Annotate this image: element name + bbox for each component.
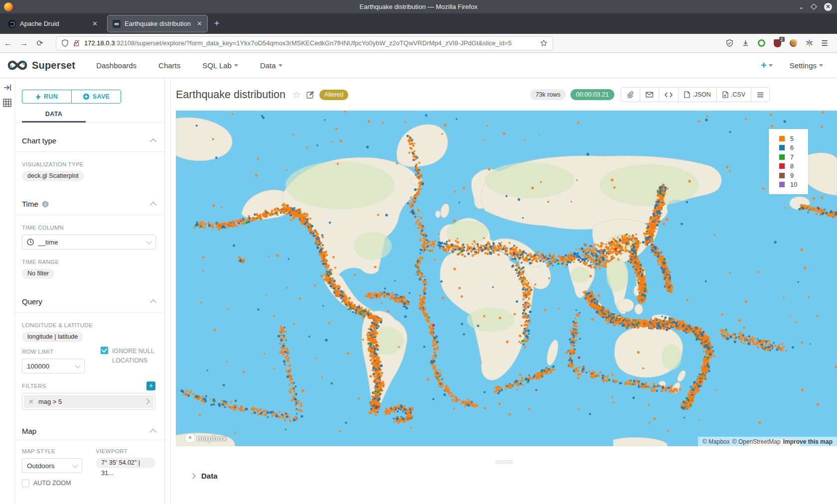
menu-hamburger-icon[interactable]: ☰: [822, 39, 828, 48]
url-bar[interactable]: 172.18.0.3:32108/superset/explore/?form_…: [56, 36, 553, 50]
magnitude-legend: 5 6 7 8 9: [769, 129, 808, 194]
new-item-button[interactable]: +: [761, 60, 773, 71]
map-attrib-mapbox[interactable]: © Mapbox: [702, 438, 730, 445]
mapbox-logo-icon: ✶: [185, 433, 195, 443]
row-count-badge: 73k rows: [530, 89, 566, 100]
embed-code-button[interactable]: [659, 88, 679, 102]
superset-infinity-icon: [7, 59, 28, 71]
row-limit-select[interactable]: 100000: [22, 359, 85, 374]
section-map[interactable]: Map: [22, 427, 155, 435]
back-button[interactable]: ←: [0, 39, 16, 48]
section-query[interactable]: Query: [22, 297, 155, 306]
nav-dashboards[interactable]: Dashboards: [96, 61, 137, 70]
altered-badge[interactable]: Altered: [319, 90, 348, 100]
improve-map-link[interactable]: Improve this map: [783, 438, 833, 445]
extension-colorful-icon[interactable]: [806, 39, 813, 47]
chevron-up-icon: [150, 299, 156, 306]
extension-cookie-icon[interactable]: [790, 39, 797, 47]
query-timer-badge: 00:00:03.21: [570, 89, 614, 100]
downloads-icon[interactable]: [742, 39, 749, 47]
more-options-button[interactable]: [751, 88, 769, 102]
data-panel-toggle[interactable]: Data: [171, 472, 837, 480]
filter-chip[interactable]: ✕ mag > 5: [24, 395, 153, 408]
favorite-star-icon[interactable]: ☆: [292, 89, 300, 100]
tab-close-icon[interactable]: ✕: [92, 20, 98, 27]
chevron-down-icon: [279, 64, 282, 67]
collapse-panel-icon[interactable]: [3, 84, 11, 92]
browser-tab-apache-druid[interactable]: Apache Druid ✕: [3, 15, 103, 32]
legend-swatch: [779, 154, 785, 160]
pocket-shield-icon[interactable]: [726, 39, 733, 47]
dataset-grid-icon[interactable]: [3, 99, 11, 107]
nav-sql-lab[interactable]: SQL Lab: [202, 61, 238, 70]
chart-action-buttons: .JSON .CSV: [621, 87, 770, 102]
nav-charts[interactable]: Charts: [158, 61, 180, 70]
remove-filter-icon[interactable]: ✕: [28, 398, 34, 405]
auto-zoom-checkbox[interactable]: [22, 480, 29, 487]
email-button[interactable]: [640, 88, 659, 102]
filters-label: FILTERS: [22, 383, 46, 389]
settings-menu[interactable]: Settings: [790, 61, 823, 70]
section-time[interactable]: Time i: [22, 200, 155, 208]
viz-type-value[interactable]: deck.gl Scatterplot: [22, 171, 84, 181]
panel-divider[interactable]: [165, 79, 171, 504]
export-csv-button[interactable]: .CSV: [717, 88, 751, 102]
mapbox-logo[interactable]: ✶ mapbox: [185, 433, 227, 443]
share-link-button[interactable]: [621, 88, 640, 102]
browser-toolbar: ← → ⟳ 172.18.0.3:32108/superset/explore/…: [0, 34, 837, 53]
reload-button[interactable]: ⟳: [32, 38, 48, 48]
new-tab-button[interactable]: +: [214, 18, 220, 29]
export-json-button[interactable]: .JSON: [679, 88, 717, 102]
chevron-down-icon: [819, 64, 823, 67]
window-close-icon[interactable]: ✕: [824, 3, 832, 11]
window-minimize-icon[interactable]: ⌄: [799, 4, 804, 10]
bookmark-star-icon[interactable]: [540, 39, 548, 47]
browser-tab-bar: Apache Druid ✕ ∞ Earthquake distribution…: [0, 13, 837, 34]
window-maximize-icon[interactable]: [811, 3, 817, 10]
envelope-icon: [646, 92, 653, 98]
tab-label: Apache Druid: [20, 20, 59, 27]
legend-item: 7: [779, 152, 808, 162]
tab-label: Earthquake distribution: [125, 20, 191, 27]
map-attribution: © Mapbox © OpenStreetMap Improve this ma…: [698, 437, 837, 446]
run-button[interactable]: RUN: [22, 90, 71, 104]
extension-ublock-icon[interactable]: 2: [774, 39, 781, 47]
legend-swatch: [779, 182, 785, 187]
add-filter-button[interactable]: +: [146, 381, 155, 390]
viewport-value[interactable]: 7° 35' 54.02" | 31...: [96, 458, 155, 468]
lonlat-value[interactable]: longitude | latitude: [22, 332, 83, 342]
nav-data[interactable]: Data: [260, 61, 282, 70]
superset-favicon: ∞: [113, 20, 121, 28]
ignore-null-checkbox[interactable]: [101, 347, 108, 354]
extension-green-icon[interactable]: [758, 39, 765, 47]
legend-swatch: [779, 145, 785, 150]
time-column-select[interactable]: __time: [22, 235, 156, 250]
tab-close-icon[interactable]: ✕: [197, 20, 202, 27]
map-attrib-osm[interactable]: © OpenStreetMap: [732, 438, 781, 445]
file-icon: [684, 91, 690, 98]
tracking-shield-icon[interactable]: [61, 39, 69, 47]
lightning-icon: [36, 94, 41, 100]
insecure-lock-icon[interactable]: [73, 39, 80, 47]
browser-tab-earthquake-distribution[interactable]: ∞ Earthquake distribution ✕: [108, 15, 207, 32]
extension-badge: 2: [779, 37, 785, 42]
superset-navbar: Superset Dashboards Charts SQL Lab Data …: [0, 53, 837, 78]
deckgl-map[interactable]: 5 6 7 8 9: [176, 111, 837, 446]
plus-circle-icon: [83, 93, 90, 100]
legend-item: 5: [779, 134, 808, 143]
tab-data[interactable]: DATA: [22, 111, 155, 123]
section-chart-type[interactable]: Chart type: [22, 136, 155, 145]
chevron-down-icon: [234, 64, 238, 67]
legend-item: 10: [779, 180, 808, 190]
chevron-up-icon: [150, 138, 156, 145]
time-range-value[interactable]: No filter: [22, 268, 54, 279]
chevron-right-icon: [144, 398, 149, 404]
forward-button[interactable]: →: [16, 39, 32, 48]
save-button[interactable]: SAVE: [71, 90, 121, 104]
chevron-up-icon: [150, 429, 156, 435]
resize-handle[interactable]: [496, 461, 513, 463]
superset-logo[interactable]: Superset: [7, 59, 75, 71]
edit-properties-icon[interactable]: [306, 91, 314, 99]
map-style-select[interactable]: Outdoors: [22, 458, 82, 473]
code-icon: [665, 92, 673, 98]
